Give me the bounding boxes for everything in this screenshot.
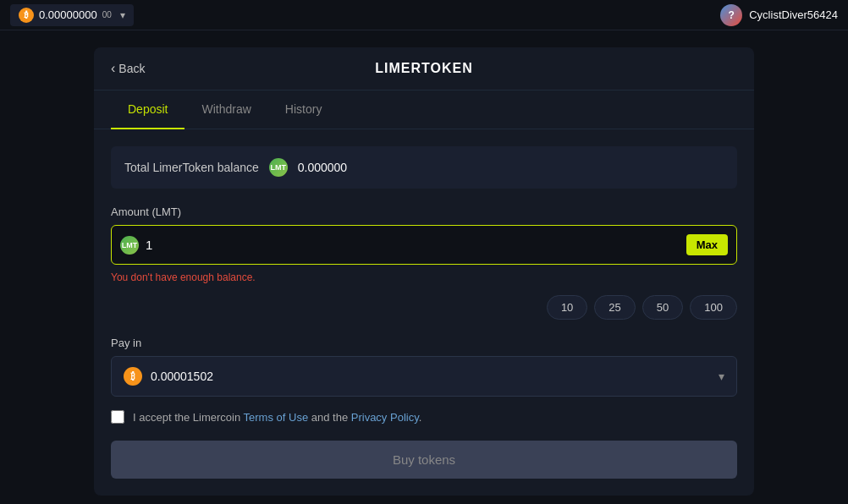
topbar: ₿ 0.00000000 00 ▾ ? CyclistDiver56424 [0, 0, 848, 30]
main-container: ‹ Back LIMERTOKEN Deposit Withdraw Histo… [43, 47, 805, 496]
back-chevron-icon: ‹ [111, 61, 115, 76]
username-label: CyclistDiver56424 [749, 8, 838, 21]
tab-withdraw[interactable]: Withdraw [184, 90, 267, 129]
main-card: ‹ Back LIMERTOKEN Deposit Withdraw Histo… [94, 47, 754, 496]
tab-history[interactable]: History [268, 90, 339, 129]
error-message: You don't have enough balance. [111, 271, 737, 283]
btc-icon: ₿ [19, 8, 34, 23]
amount-lmt-icon: LMT [120, 236, 139, 255]
card-header: ‹ Back LIMERTOKEN [94, 47, 754, 90]
lmt-icon: LMT [269, 158, 288, 177]
buy-tokens-button[interactable]: Buy tokens [111, 441, 737, 479]
terms-label: I accept the Limercoin Terms of Use and … [133, 411, 421, 424]
terms-checkbox[interactable] [111, 410, 124, 424]
terms-link[interactable]: Terms of Use [244, 411, 309, 424]
back-label: Back [118, 62, 145, 75]
balance-amount: 0.00000000 [39, 8, 97, 21]
help-icon[interactable]: ? [720, 4, 742, 26]
privacy-link[interactable]: Privacy Policy [351, 411, 419, 424]
pay-in-chevron-icon: ▾ [719, 370, 724, 383]
balance-row: Total LimerToken balance LMT 0.000000 [111, 146, 737, 189]
amount-input-wrapper: LMT Max [111, 225, 737, 265]
pay-in-inner: ₿ 0.00001502 [124, 367, 710, 386]
preset-btn-10[interactable]: 10 [547, 295, 587, 320]
preset-btn-100[interactable]: 100 [690, 295, 737, 320]
preset-btn-50[interactable]: 50 [642, 295, 683, 320]
pay-in-btc-icon: ₿ [124, 367, 142, 386]
balance-row-label: Total LimerToken balance [124, 161, 259, 174]
balance-dropdown-chevron: ▾ [120, 9, 125, 21]
balance-dropdown[interactable]: ₿ 0.00000000 00 ▾ [10, 4, 134, 26]
tab-bar: Deposit Withdraw History [94, 90, 754, 129]
topbar-right: ? CyclistDiver56424 [720, 4, 838, 26]
balance-superscript: 00 [102, 10, 112, 19]
card-title: LIMERTOKEN [375, 61, 472, 76]
amount-section-label: Amount (LMT) [111, 205, 737, 218]
preset-buttons-group: 10 25 50 100 [111, 295, 737, 320]
card-body: Total LimerToken balance LMT 0.000000 Am… [94, 129, 754, 496]
max-button[interactable]: Max [686, 234, 728, 255]
tab-deposit[interactable]: Deposit [111, 90, 184, 129]
amount-input[interactable] [146, 226, 686, 264]
back-button[interactable]: ‹ Back [111, 61, 145, 76]
pay-in-label: Pay in [111, 337, 737, 349]
pay-in-value: 0.00001502 [151, 370, 213, 383]
balance-row-amount: 0.000000 [298, 161, 347, 174]
pay-in-dropdown[interactable]: ₿ 0.00001502 ▾ [111, 356, 737, 397]
preset-btn-25[interactable]: 25 [594, 295, 635, 320]
terms-checkbox-row: I accept the Limercoin Terms of Use and … [111, 410, 737, 424]
